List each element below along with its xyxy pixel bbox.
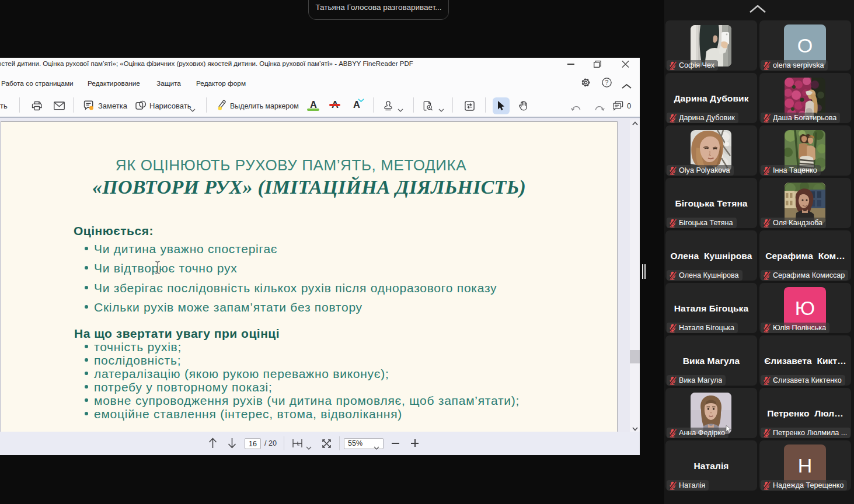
svg-text:?: ? (605, 79, 609, 86)
